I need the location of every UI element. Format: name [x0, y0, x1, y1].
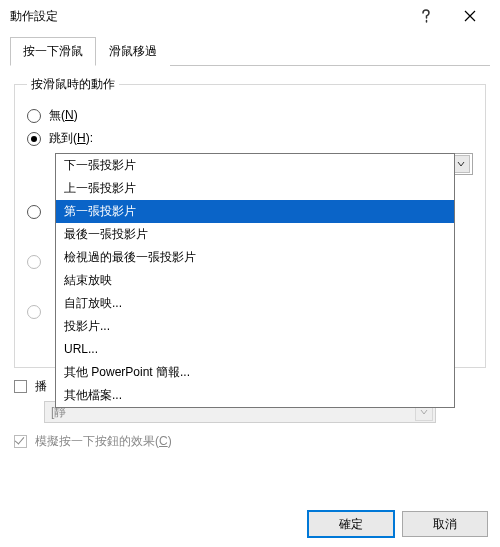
help-icon	[421, 9, 431, 23]
close-button[interactable]	[448, 1, 492, 31]
radio-hyperlink[interactable]	[27, 132, 41, 146]
dialog-title: 動作設定	[10, 8, 404, 25]
list-item[interactable]: 其他 PowerPoint 簡報...	[56, 361, 454, 384]
play-sound-label: 播	[35, 378, 47, 395]
radio-object-action[interactable]	[27, 305, 41, 319]
list-item[interactable]: 第一張投影片	[56, 200, 454, 223]
cancel-button[interactable]: 取消	[402, 511, 488, 537]
group-legend: 按滑鼠時的動作	[27, 76, 119, 93]
radio-none[interactable]	[27, 109, 41, 123]
close-icon	[464, 10, 476, 22]
list-item[interactable]: 上一張投影片	[56, 177, 454, 200]
radio-hyperlink-label: 跳到(H):	[49, 130, 93, 147]
ok-button[interactable]: 確定	[308, 511, 394, 537]
list-item[interactable]: 下一張投影片	[56, 154, 454, 177]
hyperlink-dropdown[interactable]: 下一張投影片 上一張投影片 第一張投影片 最後一張投影片 檢視過的最後一張投影片…	[55, 153, 455, 408]
list-item[interactable]: 檢視過的最後一張投影片	[56, 246, 454, 269]
play-sound-checkbox[interactable]	[14, 380, 27, 393]
list-item[interactable]: 其他檔案...	[56, 384, 454, 407]
help-button[interactable]	[404, 1, 448, 31]
tab-hover[interactable]: 滑鼠移過	[96, 37, 170, 66]
simulate-checkbox	[14, 435, 27, 448]
tab-strip: 按一下滑鼠 滑鼠移過	[10, 36, 490, 66]
radio-run-program[interactable]	[27, 205, 41, 219]
list-item[interactable]: URL...	[56, 338, 454, 361]
list-item[interactable]: 結束放映	[56, 269, 454, 292]
list-item[interactable]: 自訂放映...	[56, 292, 454, 315]
tab-click[interactable]: 按一下滑鼠	[10, 37, 96, 66]
list-item[interactable]: 投影片...	[56, 315, 454, 338]
simulate-label: 模擬按一下按鈕的效果(C)	[35, 433, 172, 450]
radio-none-label: 無(N)	[49, 107, 78, 124]
list-item[interactable]: 最後一張投影片	[56, 223, 454, 246]
radio-run-macro[interactable]	[27, 255, 41, 269]
